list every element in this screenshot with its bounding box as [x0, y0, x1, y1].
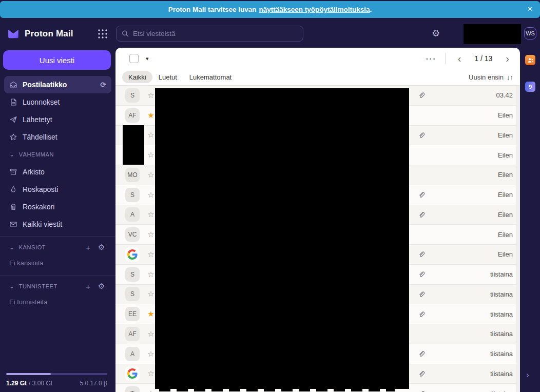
star-toggle[interactable]: ☆: [146, 270, 156, 279]
paperclip-icon: [418, 370, 426, 378]
star-toggle[interactable]: ☆: [146, 130, 156, 140]
search-input[interactable]: [133, 30, 298, 37]
sort-toggle[interactable]: Uusin ensin ↓↑: [469, 73, 513, 81]
avatar[interactable]: AF: [125, 108, 140, 123]
avatar[interactable]: VC: [125, 227, 140, 242]
row-time: Eilen: [426, 171, 513, 179]
star-toggle[interactable]: ☆: [146, 150, 156, 160]
draft-icon: [9, 98, 17, 106]
star-toggle[interactable]: ☆: [146, 369, 156, 378]
sidebar-section-labels[interactable]: ⌄ TUNNISTEET + ⚙: [4, 279, 111, 294]
tab-unread[interactable]: Lukemattomat: [183, 71, 238, 83]
list-scrollbar[interactable]: [516, 86, 520, 392]
redacted-avatars-block: [123, 125, 144, 165]
folders-settings-button[interactable]: ⚙: [97, 243, 106, 252]
page-indicator: 1 / 13: [474, 54, 492, 63]
refresh-icon[interactable]: ⟳: [100, 81, 106, 89]
flame-icon: [9, 185, 17, 193]
sidebar-section-folders[interactable]: ⌄ KANSIOT + ⚙: [4, 240, 111, 255]
banner-close-icon[interactable]: ✕: [527, 5, 533, 13]
row-time: tiistaina: [426, 310, 513, 318]
redacted-account-block: [464, 24, 521, 44]
paperclip-icon: [418, 310, 426, 318]
add-label-button[interactable]: +: [84, 282, 93, 291]
tab-read[interactable]: Luetut: [152, 71, 183, 83]
proton-mail-app: Proton Mail tarvitsee luvan näyttääkseen…: [0, 0, 540, 392]
banner-link[interactable]: näyttääkseen työpöytäilmoituksia: [259, 6, 370, 13]
avatar-initials: MO: [127, 171, 137, 179]
avatar[interactable]: S: [125, 267, 140, 282]
star-toggle[interactable]: ☆: [146, 91, 156, 100]
more-options-button[interactable]: ···: [426, 54, 437, 63]
search-bar[interactable]: [116, 26, 303, 42]
star-toggle[interactable]: ☆: [146, 170, 156, 180]
row-time: Eilen: [426, 131, 513, 139]
app-switcher-button[interactable]: [97, 28, 108, 40]
row-time: Eilen: [426, 250, 513, 258]
paper-plane-icon: [9, 115, 17, 124]
star-toggle[interactable]: ★: [146, 111, 156, 120]
redacted-content-block: [155, 88, 409, 389]
avatar[interactable]: G: [125, 247, 140, 262]
sidebar-item-archive[interactable]: Arkisto: [4, 163, 111, 181]
sidebar-item-starred[interactable]: Tähdelliset: [4, 128, 111, 146]
star-icon: [9, 133, 17, 141]
contacts-app-button[interactable]: [525, 55, 535, 65]
avatar[interactable]: EE: [125, 307, 140, 321]
sidebar-item-all-mail[interactable]: Kaikki viestit: [4, 215, 111, 233]
expand-rail-chevron-icon[interactable]: ›: [526, 370, 529, 380]
sidebar-item-sent[interactable]: Lähetetyt: [4, 111, 111, 128]
next-page-button[interactable]: ›: [502, 53, 513, 64]
storage-meter: 1.29 Gt / 3.00 Gt 5.0.17.0 β: [0, 368, 115, 392]
paperclip-icon: [418, 91, 426, 99]
avatar[interactable]: MO: [125, 168, 140, 182]
select-dropdown-caret-icon[interactable]: ▾: [146, 55, 149, 62]
user-avatar[interactable]: WS: [524, 27, 536, 40]
sidebar-item-trash[interactable]: Roskakori: [4, 198, 111, 215]
avatar-initials: T: [130, 390, 134, 392]
star-toggle[interactable]: ☆: [146, 210, 156, 219]
compose-button[interactable]: Uusi viesti: [3, 50, 111, 70]
star-toggle[interactable]: ☆: [146, 349, 156, 359]
avatar[interactable]: A: [125, 207, 140, 222]
avatar[interactable]: S: [125, 88, 140, 103]
calendar-app-button[interactable]: 9: [525, 82, 535, 92]
paperclip-icon: [418, 290, 426, 298]
avatar[interactable]: S: [125, 188, 140, 202]
filter-bar: Kaikki Luetut Lukemattomat Uusin ensin ↓…: [115, 69, 520, 86]
avatar[interactable]: S: [125, 287, 140, 301]
avatar[interactable]: T: [125, 386, 140, 392]
select-all-checkbox[interactable]: [129, 54, 139, 63]
star-toggle[interactable]: ☆: [146, 230, 156, 239]
brand[interactable]: Proton Mail: [7, 27, 89, 41]
star-toggle[interactable]: ☆: [146, 289, 156, 299]
star-toggle[interactable]: ★: [146, 309, 156, 319]
star-toggle[interactable]: ☆: [146, 389, 156, 392]
settings-gear-icon[interactable]: ⚙: [432, 28, 440, 39]
avatar[interactable]: AF: [125, 327, 140, 341]
avatar[interactable]: G: [125, 366, 140, 381]
section-label: TUNNISTEET: [19, 283, 57, 289]
star-toggle[interactable]: ☆: [146, 190, 156, 200]
avatar-initials: S: [130, 191, 134, 199]
paperclip-icon: [418, 131, 426, 139]
prev-page-button[interactable]: ‹: [454, 53, 466, 64]
tab-all[interactable]: Kaikki: [122, 71, 152, 83]
sidebar: Uusi viesti Postilaatikko ⟳ Luonnokset L…: [0, 48, 115, 392]
storage-total: 3.00 Gt: [32, 380, 52, 387]
calendar-day-badge: 9: [529, 84, 532, 90]
sidebar-item-inbox[interactable]: Postilaatikko ⟳: [4, 76, 111, 93]
sidebar-item-spam[interactable]: Roskaposti: [4, 181, 111, 198]
row-time: Eilen: [426, 151, 513, 159]
star-toggle[interactable]: ☆: [146, 329, 156, 339]
sidebar-collapse-toggle[interactable]: ⌄ VÄHEMMÄN: [4, 147, 111, 162]
divider: [445, 53, 446, 64]
avatar[interactable]: A: [125, 347, 140, 361]
paperclip-icon: [418, 270, 426, 278]
sidebar-item-drafts[interactable]: Luonnokset: [4, 93, 111, 111]
row-time: tiistaina: [426, 390, 513, 392]
labels-settings-button[interactable]: ⚙: [97, 282, 106, 291]
star-toggle[interactable]: ☆: [146, 250, 156, 259]
banner-text: Proton Mail tarvitsee luvan: [168, 6, 257, 13]
add-folder-button[interactable]: +: [84, 243, 93, 252]
